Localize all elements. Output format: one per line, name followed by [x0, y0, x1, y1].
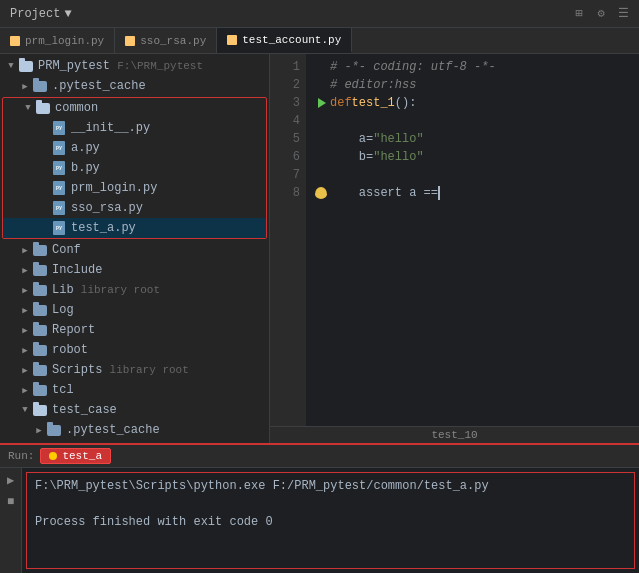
code-token: = [366, 130, 373, 148]
stop-button[interactable]: ■ [3, 494, 19, 510]
tree-item-common[interactable]: ▼ common [3, 98, 266, 118]
tree-item-init[interactable]: __init__.py [3, 118, 266, 138]
tree-item-pytest-cache-2[interactable]: ▶ .pytest_cache [0, 420, 269, 440]
item-label: .pytest_cache [52, 79, 146, 93]
code-line-6: b = "hello" [314, 148, 631, 166]
folder-icon [46, 423, 62, 437]
play-button[interactable]: ▶ [3, 472, 19, 488]
toggle-icon: ▶ [18, 385, 32, 396]
tree-item-log[interactable]: ▶ Log [0, 300, 269, 320]
tab-test-account[interactable]: test_account.py [217, 28, 352, 53]
tree-item-a[interactable]: a.py [3, 138, 266, 158]
top-bar: Project ▼ ⊞ ⚙ ☰ [0, 0, 639, 28]
tab-label: test_account.py [242, 34, 341, 46]
tree-item-include[interactable]: ▶ Include [0, 260, 269, 280]
run-output-area: ▶ ■ F:\PRM_pytest\Scripts\python.exe F:/… [0, 468, 639, 573]
toggle-icon: ▶ [18, 325, 32, 336]
tree-item-b[interactable]: b.py [3, 158, 266, 178]
output-line-3: Process finished with exit code 0 [35, 513, 626, 531]
item-label: Lib library root [52, 283, 160, 297]
code-token: b [330, 148, 366, 166]
folder-icon [32, 263, 48, 277]
code-line-2: # editor:hss [314, 76, 631, 94]
code-token: "hello" [373, 130, 423, 148]
code-line-8: assert a == [314, 184, 631, 202]
item-label: Report [52, 323, 95, 337]
folder-icon [32, 383, 48, 397]
tab-sso-rsa[interactable]: sso_rsa.py [115, 28, 217, 53]
py-icon [10, 36, 20, 46]
tree-item-lib[interactable]: ▶ Lib library root [0, 280, 269, 300]
tree-root[interactable]: ▼ PRM_pytest F:\PRM_pytest [0, 56, 269, 76]
tree-item-conf[interactable]: ▶ Conf [0, 240, 269, 260]
py-icon [125, 36, 135, 46]
tree-item-report[interactable]: ▶ Report [0, 320, 269, 340]
editor-status-bar: test_10 [270, 426, 639, 443]
item-label: .pytest_cache [66, 423, 160, 437]
tab-label: prm_login.py [25, 35, 104, 47]
code-content[interactable]: # -*- coding: utf-8 -*- # editor:hss def… [306, 54, 639, 426]
gear-icon[interactable]: ⚙ [593, 6, 609, 22]
tree-item-test-a[interactable]: test_a.py [3, 218, 266, 238]
run-panel-header: Run: test_a [0, 445, 639, 468]
tree-item-test-case[interactable]: ▼ test_case [0, 400, 269, 420]
tree-item-pytest-cache-root[interactable]: ▶ .pytest_cache [0, 76, 269, 96]
tab-prm-login[interactable]: prm_login.py [0, 28, 115, 53]
item-label: robot [52, 343, 88, 357]
text-cursor [438, 186, 440, 200]
code-line-4 [314, 112, 631, 130]
py-file-icon [51, 201, 67, 215]
py-file-icon [51, 121, 67, 135]
tab-label: sso_rsa.py [140, 35, 206, 47]
code-token: test_1 [352, 94, 395, 112]
item-label: test_a.py [71, 221, 136, 235]
run-panel: Run: test_a ▶ ■ F:\PRM_pytest\Scripts\py… [0, 443, 639, 573]
folder-icon [32, 79, 48, 93]
code-area[interactable]: 1 2 3 4 5 6 7 8 # -*- coding: utf-8 -*- … [270, 54, 639, 426]
status-dot [49, 452, 57, 460]
menu-icon[interactable]: ☰ [615, 6, 631, 22]
folder-icon [32, 243, 48, 257]
root-label: PRM_pytest F:\PRM_pytest [38, 59, 203, 73]
tree-item-robot[interactable]: ▶ robot [0, 340, 269, 360]
toggle-icon: ▼ [4, 61, 18, 71]
py-file-icon [51, 161, 67, 175]
item-label: test_case [52, 403, 117, 417]
run-indicator [314, 187, 330, 199]
tree-item-tcl[interactable]: ▶ tcl [0, 380, 269, 400]
bulb-icon [315, 187, 327, 199]
toggle-icon: ▶ [18, 285, 32, 296]
code-line-7 [314, 166, 631, 184]
py-file-icon [51, 221, 67, 235]
item-label: Conf [52, 243, 81, 257]
code-token: def [330, 94, 352, 112]
folder-icon [32, 363, 48, 377]
run-tab-name: test_a [62, 450, 102, 462]
output-line-1: F:\PRM_pytest\Scripts\python.exe F:/PRM_… [35, 477, 626, 495]
run-tab[interactable]: test_a [40, 448, 111, 464]
item-label: tcl [52, 383, 74, 397]
grid-icon[interactable]: ⊞ [571, 6, 587, 22]
py-file-icon [51, 141, 67, 155]
project-tab[interactable]: Project ▼ [0, 0, 82, 27]
item-label: Include [52, 263, 102, 277]
code-token: # editor:hss [330, 76, 416, 94]
status-text: test_10 [431, 429, 477, 441]
tree-item-scripts[interactable]: ▶ Scripts library root [0, 360, 269, 380]
toggle-icon: ▼ [21, 103, 35, 113]
folder-icon [35, 101, 51, 115]
code-token: # -*- coding: utf-8 -*- [330, 58, 496, 76]
code-line-1: # -*- coding: utf-8 -*- [314, 58, 631, 76]
folder-icon [32, 283, 48, 297]
item-label: Scripts library root [52, 363, 189, 377]
tree-item-sso-rsa[interactable]: sso_rsa.py [3, 198, 266, 218]
project-tree: ▼ PRM_pytest F:\PRM_pytest ▶ .pytest_cac… [0, 54, 270, 443]
folder-icon [32, 403, 48, 417]
py-file-icon [51, 181, 67, 195]
folder-icon [32, 343, 48, 357]
code-token: (): [395, 94, 417, 112]
run-arrow-indicator [314, 98, 330, 108]
toggle-icon: ▼ [18, 405, 32, 415]
tree-item-prm-login[interactable]: prm_login.py [3, 178, 266, 198]
toggle-icon: ▶ [18, 345, 32, 356]
